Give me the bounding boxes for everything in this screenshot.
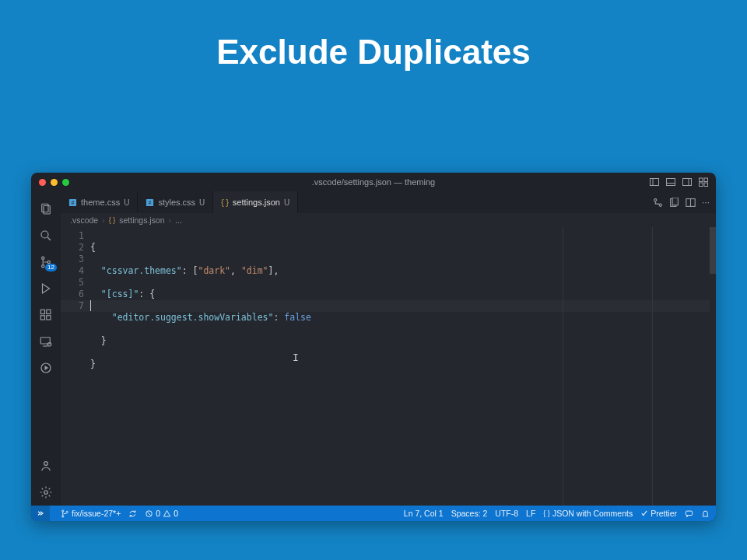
svg-rect-7: [704, 178, 708, 182]
window-controls: [39, 179, 69, 186]
tab-bar: # theme.css U # styles.css U { } setting…: [61, 191, 716, 213]
mouse-cursor-icon: I: [293, 352, 299, 363]
live-share-icon[interactable]: [31, 355, 61, 381]
sync-icon[interactable]: [128, 509, 137, 518]
svg-point-34: [659, 204, 661, 206]
line-gutter: 1 2 3 4 5 6 7: [61, 227, 90, 506]
layout-left-icon[interactable]: [649, 177, 659, 187]
vscode-window: .vscode/settings.json — theming: [31, 173, 716, 521]
svg-rect-19: [40, 316, 44, 320]
svg-line-43: [148, 512, 151, 515]
json-file-icon: { }: [109, 216, 116, 224]
breadcrumb[interactable]: .vscode › { } settings.json › ...: [61, 213, 716, 227]
svg-rect-0: [650, 179, 658, 186]
notifications-icon[interactable]: [701, 509, 710, 518]
tab-theme-css[interactable]: # theme.css U: [61, 191, 138, 213]
tab-label: settings.json: [233, 198, 280, 207]
breadcrumb-file: settings.json: [119, 215, 164, 225]
run-file-icon[interactable]: [669, 198, 679, 208]
titlebar: .vscode/settings.json — theming: [31, 173, 716, 191]
svg-marker-17: [43, 284, 50, 293]
svg-rect-20: [47, 316, 51, 320]
svg-rect-4: [682, 179, 691, 186]
svg-rect-6: [699, 178, 703, 182]
tab-styles-css[interactable]: # styles.css U: [138, 191, 213, 213]
formatter[interactable]: Prettier: [640, 509, 677, 518]
explorer-icon[interactable]: [31, 196, 61, 222]
problems-indicator[interactable]: 0 0: [145, 509, 178, 518]
tab-settings-json[interactable]: { } settings.json U: [213, 191, 298, 213]
svg-line-13: [47, 237, 51, 240]
tab-modified-flag: U: [199, 198, 205, 207]
search-icon[interactable]: [31, 222, 61, 249]
svg-point-12: [41, 231, 48, 238]
indentation[interactable]: Spaces: 2: [451, 509, 488, 518]
svg-point-40: [62, 515, 64, 516]
accounts-icon[interactable]: [31, 453, 61, 479]
extensions-icon[interactable]: [31, 302, 61, 328]
tab-modified-flag: U: [284, 198, 289, 207]
split-editor-icon[interactable]: [686, 198, 696, 208]
run-debug-icon[interactable]: [31, 275, 61, 302]
breadcrumb-folder: .vscode: [70, 215, 98, 225]
svg-point-41: [66, 511, 68, 513]
compare-changes-icon[interactable]: [653, 198, 663, 208]
minimap-thumb[interactable]: [710, 227, 716, 274]
tab-label: styles.css: [158, 198, 195, 207]
svg-point-27: [44, 462, 48, 466]
code-content: { "cssvar.themes": ["dark", "dim"], "[cs…: [90, 227, 716, 506]
close-icon[interactable]: [39, 179, 46, 186]
svg-marker-26: [45, 366, 49, 370]
svg-rect-36: [672, 198, 678, 205]
settings-gear-icon[interactable]: [31, 479, 61, 506]
svg-point-28: [44, 491, 48, 495]
minimize-icon[interactable]: [51, 179, 58, 186]
tab-modified-flag: U: [124, 198, 129, 207]
svg-rect-2: [666, 179, 675, 186]
remote-explorer-icon[interactable]: [31, 328, 61, 355]
svg-rect-9: [704, 183, 708, 187]
minimap[interactable]: [710, 227, 716, 506]
svg-text:#: #: [72, 200, 75, 205]
tab-label: theme.css: [81, 198, 120, 207]
layout-bottom-icon[interactable]: [665, 177, 675, 187]
code-editor[interactable]: 1 2 3 4 5 6 7 { "cssvar.themes": ["dark"…: [61, 227, 716, 506]
svg-rect-18: [40, 310, 44, 313]
svg-point-15: [42, 265, 44, 268]
svg-point-14: [42, 257, 44, 259]
eol[interactable]: LF: [526, 509, 535, 518]
language-mode[interactable]: { } JSON with Comments: [543, 509, 633, 518]
remote-indicator[interactable]: [31, 506, 50, 521]
svg-point-24: [47, 343, 51, 347]
window-title: .vscode/settings.json — theming: [31, 177, 716, 187]
source-control-icon[interactable]: 12: [31, 249, 61, 275]
json-file-icon: { }: [221, 198, 228, 207]
text-cursor: [90, 300, 91, 311]
svg-rect-11: [44, 206, 50, 215]
svg-rect-10: [42, 204, 48, 212]
encoding[interactable]: UTF-8: [495, 509, 518, 518]
svg-point-33: [654, 198, 657, 201]
more-actions-icon[interactable]: ···: [702, 197, 710, 208]
feedback-icon[interactable]: [685, 509, 693, 518]
css-file-icon: #: [146, 198, 154, 207]
svg-rect-21: [47, 310, 51, 313]
maximize-icon[interactable]: [62, 179, 69, 186]
git-branch[interactable]: fix/issue-27*+: [61, 509, 121, 518]
breadcrumb-more: ...: [175, 215, 182, 225]
status-bar: fix/issue-27*+ 0 0 Ln 7, Col 1 Spaces: 2…: [31, 506, 716, 521]
editor-area: # theme.css U # styles.css U { } setting…: [61, 191, 716, 506]
svg-rect-44: [686, 511, 692, 516]
svg-text:#: #: [149, 200, 152, 205]
svg-rect-8: [699, 183, 703, 187]
svg-point-39: [62, 509, 64, 511]
scm-badge: 12: [45, 264, 57, 271]
layout-right-icon[interactable]: [682, 177, 692, 187]
activity-bar: 12: [31, 191, 61, 506]
slide-title: Exclude Duplicates: [0, 0, 747, 72]
css-file-icon: #: [68, 198, 77, 207]
cursor-position[interactable]: Ln 7, Col 1: [404, 509, 444, 518]
customize-layout-icon[interactable]: [698, 177, 708, 187]
